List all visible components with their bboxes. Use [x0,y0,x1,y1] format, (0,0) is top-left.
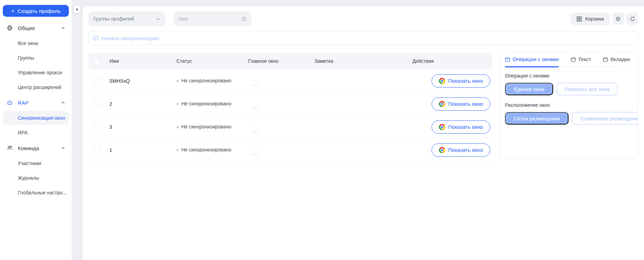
show-window-button[interactable]: Показать окно [432,74,490,88]
sidebar-item-all-windows[interactable]: Все окна [3,36,69,50]
column-name: Имя [105,58,176,64]
chrome-icon [439,78,445,84]
sidebar: + Создать профиль Общие Все окна Группы … [0,0,72,260]
window-ops-buttons: Единое окно Показать все окна [505,83,632,95]
sidebar-item-proxy-management[interactable]: Управление прокси [3,66,69,80]
select-all-checkbox[interactable] [94,58,100,64]
window-icon [505,57,510,62]
sidebar-item-window-sync[interactable]: Синхронизация окон [3,111,69,125]
show-window-label: Показать окно [448,78,483,84]
tab-label: Вкладки [610,57,630,62]
section-label: Команда [18,145,39,151]
sidebar-item-groups[interactable]: Группы [3,51,69,65]
stacked-layout-button[interactable]: Сложенное размещение [572,112,638,125]
sidebar-item-members[interactable]: Участники [3,156,69,170]
sidebar-item-global-settings[interactable]: Глобальные настро... [3,186,69,200]
trash-button[interactable]: Корзина [571,13,610,25]
status-text: Не синхронизировано [181,147,232,153]
start-sync-button[interactable]: Начать синхронизацию [88,31,638,45]
show-all-windows-button[interactable]: Показать все окна [557,83,618,95]
settings-button[interactable] [612,13,624,25]
panel-tabs: Операции с окнами Текст Вкладки [505,57,632,67]
window-ops-title: Операции с окнами [505,73,632,79]
profile-name: 1 [105,147,176,153]
layout-ops-buttons: Сетка размещения Сложенное размещение [505,112,632,125]
grid-icon [577,16,582,22]
show-window-label: Показать окно [448,124,483,130]
grid-layout-button[interactable]: Сетка размещения [505,112,569,125]
team-icon [7,145,13,151]
sidebar-nav: Общие Все окна Группы Управление прокси … [3,20,69,200]
row-checkbox[interactable] [94,147,100,153]
tab-tabs[interactable]: Вкладки [603,57,630,62]
sidebar-section-rap[interactable]: RAP [3,95,69,110]
window-icon [603,57,608,62]
tab-label: Операции с окнами [513,57,559,62]
row-checkbox[interactable] [94,78,100,84]
window-icon [571,57,576,62]
column-actions: Действия [412,58,492,64]
table-row: SMHSxQ Не синхронизировано Показать ок [88,69,492,92]
status-text: Не синхронизировано [181,101,232,107]
refresh-button[interactable] [627,13,638,25]
show-window-button[interactable]: Показать окно [432,143,490,157]
status-text: Не синхронизировано [181,124,232,130]
play-circle-icon [93,35,99,41]
table-row: 1 Не синхронизировано Показать окно [88,139,492,162]
table-body: SMHSxQ Не синхронизировано Показать ок [88,69,492,162]
table-header: Имя Статус Главное окно Заметка Действия [88,53,492,69]
chrome-icon [439,147,445,153]
profile-groups-select[interactable]: Группы профилей [88,12,165,26]
table-row: 2 Не синхронизировано Показать окно [88,92,492,116]
show-window-label: Показать окно [448,147,483,153]
sidebar-item-logs[interactable]: Журналы [3,171,69,185]
globe-icon [7,25,13,31]
main-content: Группы профилей Корзина [83,6,644,260]
tab-text[interactable]: Текст [571,57,591,62]
name-search [174,12,251,26]
status-dot-icon [176,103,179,105]
profile-name: 2 [105,101,176,107]
chevron-up-icon [61,146,65,150]
sidebar-collapse-button[interactable] [73,6,81,13]
chevron-up-icon [61,101,65,105]
content-row: Имя Статус Главное окно Заметка Действия… [88,51,638,162]
robot-icon [7,100,13,105]
single-window-button[interactable]: Единое окно [505,83,553,95]
chevron-up-icon [61,26,65,30]
status-dot-icon [176,126,179,128]
create-profile-button[interactable]: + Создать профиль [3,5,69,17]
row-checkbox[interactable] [94,101,100,107]
gear-icon [615,16,621,22]
chrome-icon [439,124,445,130]
name-search-input[interactable] [178,16,241,22]
show-window-button[interactable]: Показать окно [432,120,490,134]
topbar: Группы профилей Корзина [83,6,644,26]
row-checkbox[interactable] [94,124,100,130]
sidebar-section-general[interactable]: Общие [3,20,69,36]
search-icon [241,16,247,22]
status-text: Не синхронизировано [181,77,232,84]
status-dot-icon [176,80,179,82]
profile-groups-value: Группы профилей [93,16,134,22]
plus-icon: + [11,8,14,14]
section-label: Общие [18,25,35,31]
column-note: Заметка [314,58,412,64]
profile-name: 3 [105,124,176,130]
section-label: RAP [18,100,29,106]
sidebar-item-rpa[interactable]: RPA [3,126,69,140]
sidebar-item-extension-center[interactable]: Центр расширений [3,80,69,94]
sidebar-section-team[interactable]: Команда [3,140,69,156]
show-window-button[interactable]: Показать окно [432,97,490,111]
tab-window-operations[interactable]: Операции с окнами [505,57,559,62]
tab-label: Текст [578,57,591,62]
layout-ops-title: Расположение окон [505,102,632,108]
table-row: 3 Не синхронизировано Показать окно [88,116,492,139]
column-main-window: Главное окно [248,58,314,64]
profiles-table: Имя Статус Главное окно Заметка Действия… [88,53,492,162]
collapse-arrow-icon [76,8,78,11]
status-dot-icon [176,149,179,151]
profile-name: SMHSxQ [105,78,176,84]
app-window: + Создать профиль Общие Все окна Группы … [0,0,644,260]
trash-label: Корзина [585,16,604,22]
